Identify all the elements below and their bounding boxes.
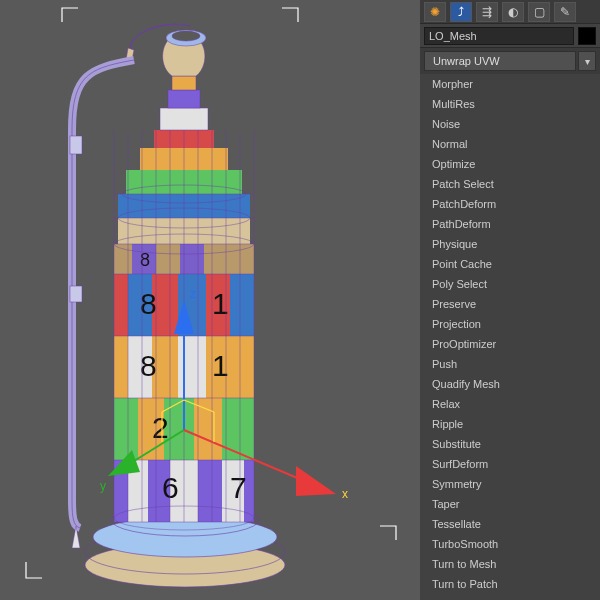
svg-text:8: 8 xyxy=(140,287,157,320)
modifier-item[interactable]: Push xyxy=(420,354,600,374)
command-panel-tabs: ✺ ⤴ ⇶ ◐ ▢ ✎ xyxy=(420,0,600,24)
utilities-icon[interactable]: ✎ xyxy=(554,2,576,22)
current-modifier-label: Unwrap UVW xyxy=(433,55,500,67)
chevron-down-icon: ▾ xyxy=(585,56,590,67)
modifier-selector-row: Unwrap UVW ▾ xyxy=(420,48,600,74)
command-panel: ✺ ⤴ ⇶ ◐ ▢ ✎ Unwrap UVW ▾ MorpherMultiRes… xyxy=(420,0,600,600)
viewport-3d[interactable]: 6 7 2 8 1 8 1 8 xyxy=(0,0,420,600)
modifier-item[interactable]: PathDeform xyxy=(420,214,600,234)
modifier-item[interactable]: Patch Select xyxy=(420,174,600,194)
motion-icon[interactable]: ◐ xyxy=(502,2,524,22)
modifier-item[interactable]: Symmetry xyxy=(420,474,600,494)
svg-text:2: 2 xyxy=(152,411,169,444)
svg-text:6: 6 xyxy=(162,471,179,504)
modifier-item[interactable]: Preserve xyxy=(420,294,600,314)
modifier-item[interactable]: Noise xyxy=(420,114,600,134)
modifier-item[interactable]: Relax xyxy=(420,394,600,414)
object-color-swatch[interactable] xyxy=(578,27,596,45)
modifier-item[interactable]: ProOptimizer xyxy=(420,334,600,354)
svg-rect-9 xyxy=(198,460,222,522)
svg-rect-31 xyxy=(230,274,254,336)
svg-rect-68 xyxy=(172,76,196,90)
modifier-item[interactable]: Poly Select xyxy=(420,274,600,294)
svg-rect-66 xyxy=(160,108,208,130)
svg-rect-22 xyxy=(178,336,206,398)
svg-rect-71 xyxy=(70,136,82,154)
svg-text:z: z xyxy=(190,287,196,301)
modifier-list[interactable]: MorpherMultiResNoiseNormalOptimizePatch … xyxy=(420,74,600,600)
modifier-item[interactable]: Projection xyxy=(420,314,600,334)
svg-text:7: 7 xyxy=(230,471,247,504)
modifier-item[interactable]: Point Cache xyxy=(420,254,600,274)
modifier-dropdown-arrow[interactable]: ▾ xyxy=(578,51,596,71)
svg-rect-72 xyxy=(70,286,82,302)
modifier-item[interactable]: TurboSmooth xyxy=(420,534,600,554)
modifier-item[interactable]: Turn to Poly xyxy=(420,594,600,600)
modifier-item[interactable]: SurfDeform xyxy=(420,454,600,474)
modifier-selector-button[interactable]: Unwrap UVW xyxy=(424,51,576,71)
svg-rect-36 xyxy=(180,244,204,274)
modifier-item[interactable]: PatchDeform xyxy=(420,194,600,214)
modifier-item[interactable]: MultiRes xyxy=(420,94,600,114)
svg-rect-67 xyxy=(168,90,200,108)
svg-text:8: 8 xyxy=(140,250,150,270)
svg-text:8: 8 xyxy=(140,349,157,382)
modifier-item[interactable]: Turn to Patch xyxy=(420,574,600,594)
display-icon[interactable]: ▢ xyxy=(528,2,550,22)
modifier-item[interactable]: Physique xyxy=(420,234,600,254)
modifier-item[interactable]: Normal xyxy=(420,134,600,154)
modifier-item[interactable]: Morpher xyxy=(420,74,600,94)
viewport-svg: 6 7 2 8 1 8 1 8 xyxy=(0,0,420,600)
modifier-item[interactable]: Turn to Mesh xyxy=(420,554,600,574)
curve-icon[interactable]: ⤴ xyxy=(450,2,472,22)
object-name-input[interactable] xyxy=(424,27,574,45)
object-name-field xyxy=(420,24,600,48)
modifier-item[interactable]: Taper xyxy=(420,494,600,514)
modifier-item[interactable]: Quadify Mesh xyxy=(420,374,600,394)
modifier-item[interactable]: Optimize xyxy=(420,154,600,174)
hierarchy-icon[interactable]: ⇶ xyxy=(476,2,498,22)
svg-text:x: x xyxy=(342,487,348,501)
modifier-item[interactable]: Substitute xyxy=(420,434,600,454)
svg-point-70 xyxy=(172,31,200,41)
modifier-item[interactable]: Ripple xyxy=(420,414,600,434)
svg-text:y: y xyxy=(100,479,106,493)
modifier-item[interactable]: Tessellate xyxy=(420,514,600,534)
sun-icon[interactable]: ✺ xyxy=(424,2,446,22)
